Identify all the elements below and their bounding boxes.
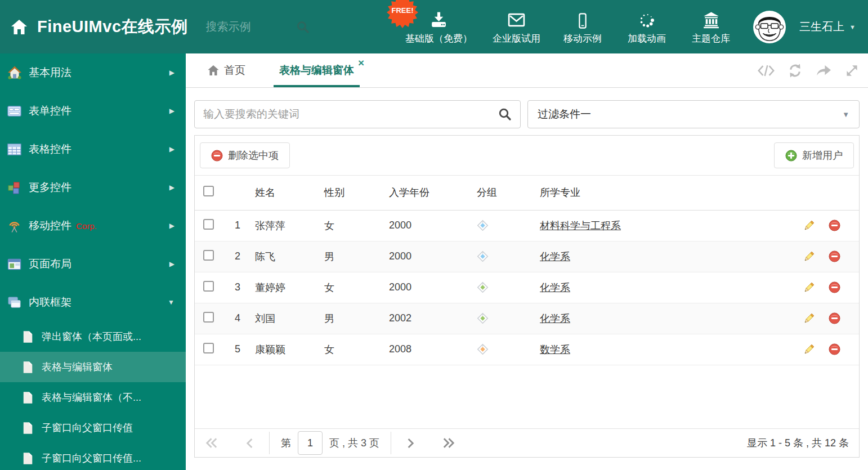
chevron-right-icon: ▶ [169, 222, 175, 230]
search-icon[interactable] [498, 108, 512, 121]
plus-circle-icon [785, 150, 797, 162]
edit-icon[interactable] [803, 250, 815, 263]
sidebar-item-mobile-controls[interactable]: 移动控件Corp.▶ [0, 207, 186, 245]
delete-icon[interactable] [829, 250, 840, 262]
column-header-year: 入学年份 [383, 176, 468, 210]
source-code-icon[interactable] [758, 64, 775, 78]
expand-icon[interactable] [845, 64, 859, 78]
chevron-right-icon: ▶ [169, 145, 175, 153]
cell-year: 2000 [383, 272, 468, 303]
tag-icon [477, 312, 489, 324]
edit-icon[interactable] [803, 220, 815, 232]
main-area: 首页 表格与编辑窗体 × [186, 53, 868, 470]
cubes-icon [7, 180, 22, 195]
sidebar-subitem-grid-edit-window-no[interactable]: 表格与编辑窗体（不... [0, 382, 186, 413]
tab-grid-edit-window[interactable]: 表格与编辑窗体 × [274, 53, 360, 87]
sidebar-subitem-grid-edit-window[interactable]: 表格与编辑窗体 [0, 352, 186, 382]
keyword-search-input[interactable] [203, 108, 498, 120]
sidebar-item-label: 基本用法 [29, 65, 71, 80]
row-checkbox[interactable] [203, 219, 214, 230]
delete-icon[interactable] [829, 312, 840, 324]
table-row: 4刘国男2002化学系 [195, 303, 859, 334]
sidebar-item-form-controls[interactable]: 表单控件▶ [0, 92, 186, 130]
download-icon [429, 9, 448, 29]
edit-icon[interactable] [803, 343, 815, 356]
sidebar-item-page-layout[interactable]: 页面布局▶ [0, 245, 186, 283]
cell-name: 张萍萍 [247, 210, 319, 241]
filter-dropdown[interactable]: 过滤条件一 ▼ [527, 100, 860, 128]
header-search-input[interactable] [206, 20, 296, 33]
row-checkbox[interactable] [203, 312, 214, 323]
sidebar-item-more-controls[interactable]: 更多控件▶ [0, 168, 186, 207]
sidebar-subitem-child-to-parent-2[interactable]: 子窗口向父窗口传值... [0, 443, 186, 470]
cell-year: 2008 [383, 334, 468, 365]
edit-icon[interactable] [803, 281, 815, 294]
prev-page-icon[interactable] [245, 437, 256, 450]
row-checkbox[interactable] [203, 250, 214, 261]
keyword-search-box [194, 100, 521, 128]
header-search [206, 20, 321, 34]
sidebar-item-label: 内联框架 [29, 295, 71, 310]
add-user-button[interactable]: 新增用户 [774, 142, 854, 168]
user-menu[interactable]: 三生石上 ▼ [799, 19, 856, 34]
header-nav-theme-store[interactable]: 主题仓库 [689, 9, 733, 45]
grid-toolbar: 删除选中项 新增用户 [195, 136, 859, 176]
tab-home[interactable]: 首页 [202, 53, 251, 87]
sidebar-subitem-popup-window[interactable]: 弹出窗体（本页面或... [0, 321, 186, 352]
sidebar-subitem-label: 弹出窗体（本页面或... [42, 330, 141, 343]
delete-icon[interactable] [829, 220, 840, 231]
major-link[interactable]: 数学系 [540, 344, 570, 355]
major-link[interactable]: 材料科学与工程系 [540, 220, 621, 231]
chevron-down-icon: ▼ [168, 298, 175, 306]
sidebar-item-inline-frame[interactable]: 内联框架▼ [0, 283, 186, 321]
sidebar-item-label: 表格控件 [29, 142, 71, 156]
username: 三生石上 [799, 19, 844, 34]
header-nav-basic-edition[interactable]: 基础版（免费） [405, 9, 472, 45]
avatar[interactable] [753, 11, 786, 43]
delete-selected-button[interactable]: 删除选中项 [200, 142, 290, 168]
first-page-icon[interactable] [205, 436, 219, 450]
close-icon[interactable]: × [358, 57, 364, 68]
major-link[interactable]: 化学系 [540, 251, 570, 262]
delete-icon[interactable] [829, 281, 840, 293]
column-header-major: 所学专业 [530, 176, 794, 210]
edit-icon[interactable] [803, 312, 815, 325]
refresh-icon[interactable] [788, 63, 803, 78]
chevron-right-icon: ▶ [169, 107, 175, 115]
header-nav-label: 移动示例 [563, 32, 602, 45]
column-header-gender: 性别 [319, 176, 383, 210]
table-row: 1张萍萍女2000材料科学与工程系 [195, 210, 859, 241]
sidebar-item-basic-usage[interactable]: 基本用法▶ [0, 53, 186, 92]
chevron-right-icon: ▶ [169, 183, 175, 191]
cell-gender: 男 [319, 303, 383, 334]
select-all-checkbox[interactable] [203, 186, 214, 196]
next-page-icon[interactable] [405, 437, 415, 450]
major-link[interactable]: 化学系 [540, 313, 570, 324]
file-icon [23, 330, 33, 343]
search-icon[interactable] [296, 20, 310, 34]
share-icon[interactable] [816, 64, 832, 78]
filter-dropdown-value: 过滤条件一 [538, 107, 591, 122]
row-checkbox[interactable] [203, 281, 214, 292]
sidebar-item-label: 更多控件 [29, 180, 71, 195]
sidebar-item-grid-controls[interactable]: 表格控件▶ [0, 130, 186, 168]
last-page-icon[interactable] [441, 436, 455, 450]
row-checkbox[interactable] [203, 343, 214, 353]
header-nav-enterprise-trial[interactable]: 企业版试用 [493, 9, 540, 45]
header-nav-loading-animation[interactable]: 加载动画 [625, 9, 669, 45]
sidebar-subitem-label: 表格与编辑窗体（不... [42, 391, 141, 404]
home-icon[interactable] [10, 17, 29, 37]
sidebar-subitem-label: 表格与编辑窗体 [42, 360, 113, 374]
app-title: FineUIMvc在线示例 [37, 16, 188, 38]
page-number-input[interactable] [298, 431, 323, 455]
sidebar-subitem-child-to-parent[interactable]: 子窗口向父窗口传值 [0, 413, 186, 443]
major-link[interactable]: 化学系 [540, 282, 570, 293]
delete-icon[interactable] [829, 343, 840, 355]
cell-gender: 女 [319, 210, 383, 241]
pagination-bar: 第 页 , 共 3 页 显示 1 - 5 条 , 共 12 条 [195, 428, 859, 457]
tag-icon [477, 250, 489, 262]
cell-name: 董婷婷 [247, 272, 319, 303]
header-nav-mobile-demo[interactable]: 移动示例 [561, 9, 605, 45]
column-header-name: 姓名 [247, 176, 319, 210]
file-icon [23, 391, 33, 404]
